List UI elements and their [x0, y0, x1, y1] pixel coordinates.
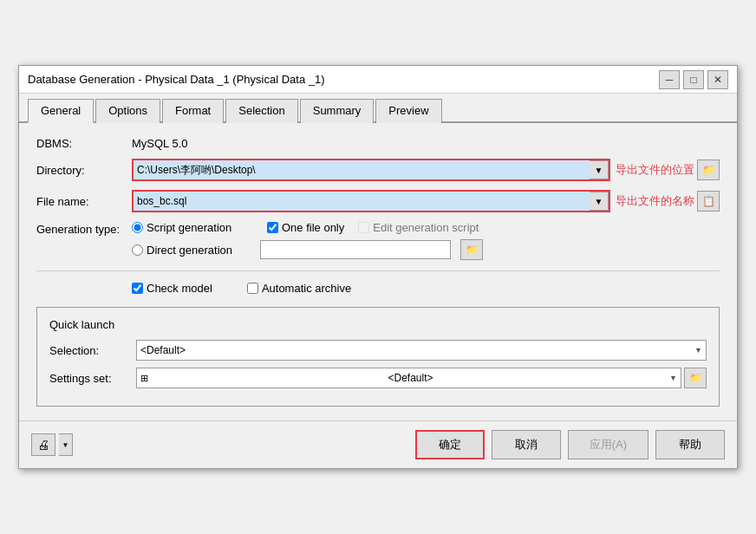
title-controls: ─ □ ✕ [659, 70, 728, 89]
direct-gen-browse-btn[interactable]: 📁 [460, 239, 483, 260]
edit-gen-script-checkbox [358, 222, 369, 233]
filename-input[interactable] [134, 192, 590, 211]
divider-1 [36, 270, 720, 271]
minimize-button[interactable]: ─ [659, 70, 680, 89]
direct-generation-radio-label[interactable]: Direct generation [132, 244, 253, 257]
settings-value: <Default> [388, 372, 433, 384]
maximize-button[interactable]: □ [683, 70, 704, 89]
automatic-archive-label[interactable]: Automatic archive [247, 282, 351, 295]
dbms-label: DBMS: [36, 137, 132, 150]
directory-label: Directory: [36, 164, 132, 177]
one-file-only-label[interactable]: One file only [267, 221, 344, 234]
directory-browse-btn[interactable]: 📁 [697, 160, 720, 180]
print-arrow-button[interactable]: ▼ [59, 433, 73, 456]
directory-input-border: ▼ [132, 159, 610, 181]
directory-input-group: ▼ 导出文件的位置 📁 [132, 159, 720, 181]
generation-type-row: Generation type: Script generation One f… [36, 221, 720, 260]
tab-summary[interactable]: Summary [300, 99, 375, 123]
dbms-row: DBMS: MySQL 5.0 [36, 137, 720, 150]
settings-arrow-icon: ▼ [669, 374, 677, 382]
confirm-button[interactable]: 确定 [415, 430, 485, 459]
settings-browse-btn[interactable]: 📁 [684, 368, 707, 388]
direct-gen-input[interactable] [260, 240, 451, 259]
automatic-archive-checkbox[interactable] [247, 283, 258, 294]
filename-input-border: ▼ [132, 190, 610, 212]
filename-label: File name: [36, 195, 132, 208]
close-button[interactable]: ✕ [707, 70, 728, 89]
settings-dropdown[interactable]: ⊞ <Default> ▼ [136, 368, 681, 388]
filename-browse-btn[interactable]: 📋 [697, 191, 720, 212]
help-button[interactable]: 帮助 [655, 430, 725, 459]
print-button[interactable]: 🖨 [31, 433, 55, 456]
settings-row: Settings set: ⊞ <Default> ▼ 📁 [49, 368, 707, 388]
script-gen-row: Script generation One file only Edit gen… [132, 221, 720, 234]
footer-right: 确定 取消 应用(A) 帮助 [415, 430, 725, 459]
filename-row: File name: ▼ 导出文件的名称 📋 [36, 190, 720, 212]
selection-value: <Default> [140, 344, 186, 356]
window-title: Database Generation - Physical Data _1 (… [28, 73, 325, 86]
script-generation-radio[interactable] [132, 222, 143, 233]
cancel-button[interactable]: 取消 [492, 430, 561, 459]
script-generation-label: Script generation [147, 221, 231, 234]
main-window: Database Generation - Physical Data _1 (… [18, 65, 738, 469]
footer: 🖨 ▼ 确定 取消 应用(A) 帮助 [19, 420, 737, 468]
settings-icon: ⊞ [140, 373, 148, 384]
dbms-value: MySQL 5.0 [132, 137, 188, 150]
quick-launch-title: Quick launch [49, 318, 707, 331]
one-file-only-checkbox[interactable] [267, 222, 278, 233]
generation-type-label: Generation type: [36, 221, 132, 236]
directory-input[interactable] [134, 160, 590, 179]
filename-dropdown-btn[interactable]: ▼ [590, 192, 609, 211]
directory-annotation: 导出文件的位置 [616, 162, 694, 178]
selection-arrow-icon: ▼ [694, 346, 702, 355]
filename-annotation: 导出文件的名称 [616, 193, 694, 209]
generation-options: Script generation One file only Edit gen… [132, 221, 720, 260]
check-row: Check model Automatic archive [132, 282, 720, 295]
filename-input-group: ▼ 导出文件的名称 📋 [132, 190, 720, 212]
apply-button[interactable]: 应用(A) [568, 430, 648, 459]
directory-row: Directory: ▼ 导出文件的位置 📁 [36, 159, 720, 181]
directory-dropdown-btn[interactable]: ▼ [590, 160, 609, 179]
tab-format[interactable]: Format [162, 99, 224, 123]
edit-gen-script-label: Edit generation script [358, 221, 479, 234]
tab-selection[interactable]: Selection [225, 99, 297, 123]
tab-preview[interactable]: Preview [375, 99, 441, 123]
content-area: DBMS: MySQL 5.0 Directory: ▼ 导出文件的位置 📁 F… [19, 123, 737, 420]
check-model-label[interactable]: Check model [132, 282, 212, 295]
tab-options[interactable]: Options [95, 99, 160, 123]
tab-bar: General Options Format Selection Summary… [19, 94, 737, 123]
quick-launch-group: Quick launch Selection: <Default> ▼ Sett… [36, 307, 720, 407]
settings-label: Settings set: [49, 372, 136, 385]
selection-row: Selection: <Default> ▼ [49, 340, 707, 361]
selection-dropdown[interactable]: <Default> ▼ [136, 340, 707, 361]
title-bar: Database Generation - Physical Data _1 (… [19, 66, 737, 94]
direct-generation-radio[interactable] [132, 244, 143, 256]
direct-gen-row: Direct generation 📁 [132, 239, 720, 260]
check-model-checkbox[interactable] [132, 283, 143, 294]
script-generation-radio-label[interactable]: Script generation [132, 221, 253, 234]
tab-general[interactable]: General [28, 99, 94, 123]
direct-generation-label: Direct generation [147, 244, 232, 257]
footer-left: 🖨 ▼ [31, 433, 73, 456]
selection-label: Selection: [49, 344, 136, 357]
